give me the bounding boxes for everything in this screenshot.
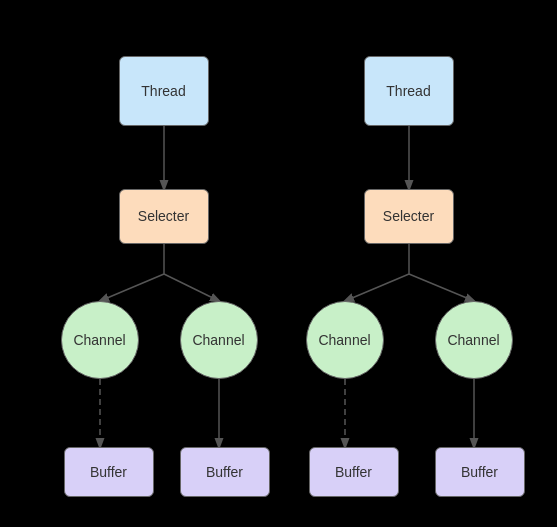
svg-line-9 <box>409 274 474 301</box>
channel-right-1: Channel <box>306 301 384 379</box>
buffer-left-1: Buffer <box>64 447 154 497</box>
channel-right-2-label: Channel <box>447 332 499 348</box>
buffer-right-2-label: Buffer <box>461 464 498 480</box>
channel-left-1-label: Channel <box>73 332 125 348</box>
channel-left-2: Channel <box>180 301 258 379</box>
thread-right-label: Thread <box>386 83 430 99</box>
selecter-right: Selecter <box>364 189 454 244</box>
svg-line-8 <box>345 274 409 301</box>
svg-line-2 <box>100 274 164 301</box>
connections-svg <box>9 9 549 519</box>
thread-right: Thread <box>364 56 454 126</box>
channel-left-2-label: Channel <box>192 332 244 348</box>
buffer-left-1-label: Buffer <box>90 464 127 480</box>
buffer-right-2: Buffer <box>435 447 525 497</box>
buffer-right-1: Buffer <box>309 447 399 497</box>
diagram: Thread Thread Selecter Selecter Channel … <box>9 9 549 519</box>
thread-left-label: Thread <box>141 83 185 99</box>
buffer-left-2: Buffer <box>180 447 270 497</box>
thread-left: Thread <box>119 56 209 126</box>
channel-right-2: Channel <box>435 301 513 379</box>
svg-line-3 <box>164 274 219 301</box>
selecter-left-label: Selecter <box>138 208 189 224</box>
selecter-left: Selecter <box>119 189 209 244</box>
channel-left-1: Channel <box>61 301 139 379</box>
selecter-right-label: Selecter <box>383 208 434 224</box>
buffer-right-1-label: Buffer <box>335 464 372 480</box>
channel-right-1-label: Channel <box>318 332 370 348</box>
buffer-left-2-label: Buffer <box>206 464 243 480</box>
